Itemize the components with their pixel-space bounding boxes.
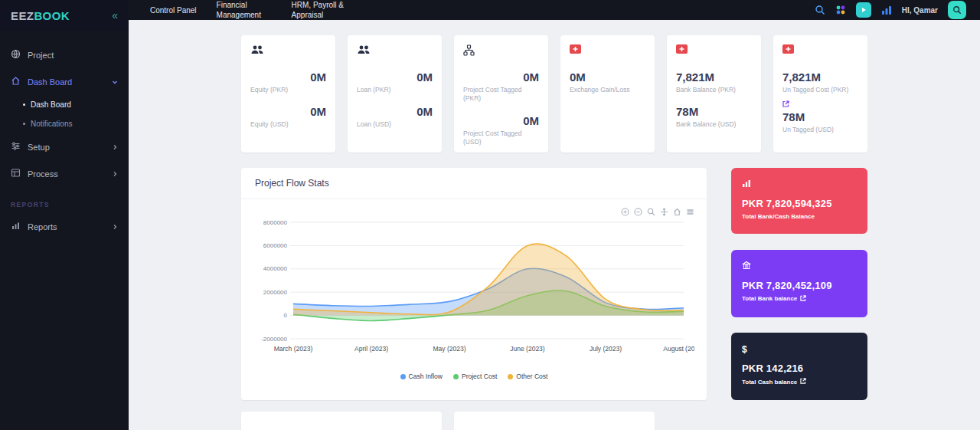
sidebar-subitem-notifications[interactable]: Notifications: [0, 114, 129, 133]
flag-icon: [782, 44, 858, 58]
stat-value: 7,821M: [676, 71, 752, 84]
external-link-icon[interactable]: [782, 97, 858, 110]
process-icon: [11, 168, 21, 179]
sidebar-item-process[interactable]: Process: [0, 160, 129, 187]
search-button[interactable]: [948, 1, 966, 19]
legend-dot: [453, 374, 459, 379]
sidebar-item-label: Project: [28, 51, 54, 60]
bottom-card-row: [241, 412, 867, 430]
external-link-icon[interactable]: [800, 295, 806, 303]
project-flow-stats-card: Project Flow Stats -20000000200000040000…: [241, 168, 707, 400]
topbar-right: HI, Qamar: [815, 1, 966, 19]
stat-card-equity: 0M Equity (PKR) 0M Equity (USD): [241, 35, 335, 153]
analytics-icon[interactable]: [881, 5, 892, 15]
svg-text:August (2023): August (2023): [663, 345, 694, 353]
brand-logo[interactable]: EEZBOOK: [11, 9, 70, 22]
sidebar-item-label: Reports: [28, 222, 57, 231]
menu-icon[interactable]: [686, 205, 694, 216]
svg-text:-2000000: -2000000: [261, 336, 287, 343]
stat-value: 0M: [357, 71, 433, 84]
zoom-out-icon[interactable]: [634, 205, 642, 216]
stat-value: 0M: [570, 71, 645, 84]
dollar-icon: $: [742, 344, 747, 355]
user-greeting[interactable]: HI, Qamar: [902, 6, 938, 15]
apps-icon[interactable]: [835, 5, 846, 15]
legend-dot: [508, 374, 513, 379]
chevron-right-icon: [112, 169, 118, 179]
sidebar-subitem-dashboard[interactable]: Dash Board: [0, 95, 129, 114]
video-button[interactable]: [856, 2, 871, 18]
bar-chart-icon: [11, 221, 21, 232]
legend-item[interactable]: Project Cost: [453, 373, 497, 380]
summary-card-bank-cash: PKR 7,820,594,325 Total Bank/Cash Balanc…: [731, 168, 867, 234]
summary-card-cash-balance: $ PKR 142,216 Total Cash balance: [731, 333, 867, 400]
sidebar-item-dashboard[interactable]: Dash Board: [0, 68, 129, 95]
bar-chart-icon: [742, 177, 751, 190]
sidebar-subitem-label: Dash Board: [31, 100, 71, 109]
topbar: Control Panel Financial Management HRM, …: [129, 0, 980, 20]
legend-item[interactable]: Cash Inflow: [400, 373, 443, 380]
summary-value: PKR 142,216: [742, 363, 857, 374]
stat-value: 0M: [463, 71, 539, 84]
svg-text:March (2023): March (2023): [274, 345, 313, 353]
summary-value: PKR 7,820,452,109: [742, 280, 857, 291]
sidebar-collapse-icon[interactable]: «: [112, 9, 118, 21]
stat-value: 78M: [676, 105, 752, 118]
project-icon: [11, 49, 21, 61]
sidebar-item-label: Process: [28, 169, 58, 179]
content: 0M Equity (PKR) 0M Equity (USD) 0M Loan …: [129, 20, 980, 430]
summary-label: Total Bank/Cash Balance: [742, 213, 857, 220]
stat-card-untagged-cost: 7,821M Un Tagged Cost (PKR) 78M Un Tagge…: [773, 35, 867, 153]
svg-text:8000000: 8000000: [263, 219, 288, 226]
pan-icon[interactable]: [660, 205, 668, 216]
users-icon: [250, 44, 326, 58]
sidebar-subitem-label: Notifications: [31, 120, 72, 128]
chevron-down-icon: [112, 77, 118, 87]
bottom-card: [454, 412, 655, 430]
svg-text:4000000: 4000000: [263, 265, 288, 272]
legend-item[interactable]: Other Cost: [508, 373, 547, 380]
svg-text:6000000: 6000000: [263, 242, 288, 249]
sidebar-item-reports[interactable]: Reports: [0, 213, 129, 240]
zoom-in-icon[interactable]: [621, 205, 629, 216]
sidebar-item-project[interactable]: Project: [0, 41, 129, 68]
stat-label: Equity (PKR): [250, 86, 326, 94]
summary-column: PKR 7,820,594,325 Total Bank/Cash Balanc…: [731, 168, 867, 400]
stat-label: Bank Balance (PKR): [676, 86, 752, 94]
chart-legend: Cash InflowProject CostOther Cost: [253, 373, 694, 380]
svg-text:June (2023): June (2023): [510, 345, 545, 353]
zoom-icon[interactable]: [647, 205, 655, 216]
sidebar-section-reports: REPORTS: [0, 187, 129, 213]
stat-label: Project Cost Tagged (USD): [463, 130, 539, 147]
topnav-hrm-payroll[interactable]: HRM, Payroll & Appraisal: [292, 0, 347, 20]
chart-modebar: [253, 205, 694, 216]
sidebar-item-setup[interactable]: Setup: [0, 133, 129, 160]
search-icon[interactable]: [815, 5, 825, 15]
flow-chart-canvas[interactable]: -200000002000000400000060000008000000Mar…: [253, 216, 694, 368]
settings-icon: [11, 141, 21, 153]
home-reset-icon[interactable]: [673, 205, 681, 216]
stat-label: Bank Balance (USD): [676, 120, 752, 129]
chevron-right-icon: [112, 143, 118, 152]
bank-icon: [742, 259, 751, 272]
stat-card-row: 0M Equity (PKR) 0M Equity (USD) 0M Loan …: [241, 35, 867, 153]
sidebar: EEZBOOK « Project Dash Board Dash Board …: [0, 0, 129, 430]
stat-card-project-cost-tagged: 0M Project Cost Tagged (PKR) 0M Project …: [454, 35, 548, 153]
stat-value: 0M: [357, 105, 433, 118]
stat-value: 0M: [250, 71, 326, 84]
svg-text:April (2023): April (2023): [354, 345, 388, 353]
topnav-financial-management[interactable]: Financial Management: [217, 0, 272, 20]
main-area: Control Panel Financial Management HRM, …: [129, 0, 980, 430]
stat-label: Project Cost Tagged (PKR): [463, 86, 539, 103]
topnav-control-panel[interactable]: Control Panel: [150, 5, 197, 15]
stat-card-bank-balance: 7,821M Bank Balance (PKR) 78M Bank Balan…: [667, 35, 761, 153]
summary-value: PKR 7,820,594,325: [742, 198, 857, 209]
external-link-icon[interactable]: [800, 378, 806, 386]
bottom-card: [241, 412, 442, 430]
stat-label: Exchange Gain/Loss: [570, 86, 645, 94]
stat-card-exchange: 0M Exchange Gain/Loss: [560, 35, 655, 153]
stat-label: Equity (USD): [250, 120, 326, 129]
logo-row: EEZBOOK «: [0, 0, 129, 31]
stat-card-loan: 0M Loan (PKR) 0M Loan (USD): [348, 35, 442, 153]
legend-dot: [400, 374, 406, 379]
